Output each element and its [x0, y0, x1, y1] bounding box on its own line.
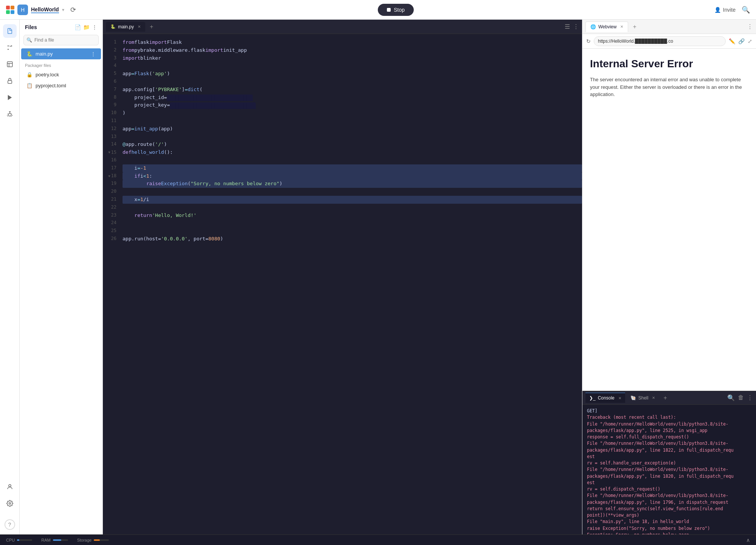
stop-button[interactable]: Stop — [378, 4, 414, 16]
terminal-icon: ❯_ — [589, 395, 596, 401]
tab-close-icon[interactable]: ✕ — [138, 25, 141, 29]
topbar-right: 👤 Invite 🔍 — [714, 6, 750, 14]
webview-tab-close[interactable]: ✕ — [620, 25, 623, 29]
code-lines: from flask import Flask from pybrake.mid… — [120, 34, 582, 534]
activity-source-control[interactable] — [3, 41, 17, 54]
editor-menu-icon[interactable]: ☰ — [565, 23, 570, 30]
bug-icon — [6, 111, 13, 118]
console-line: rv = self.dispatch_request() — [587, 486, 751, 492]
add-webview-tab[interactable]: + — [630, 22, 639, 32]
activity-user[interactable] — [3, 480, 17, 494]
storage-label: Storage — [77, 538, 92, 542]
console-line: File "main.py", line 18, in hello_world — [587, 519, 751, 525]
console-line: File "/home/runner/HelloWorld/venv/lib/p… — [587, 466, 751, 480]
ram-status: RAM — [41, 538, 68, 542]
main-layout: ? Files 📄 📁 ⋮ 🔍 🐍 main.py ⋮ Packager fil… — [0, 20, 756, 534]
activity-secrets[interactable] — [3, 74, 17, 88]
packager-section-label: Packager files — [20, 59, 102, 69]
toml-file-icon: 📋 — [26, 83, 33, 88]
history-button[interactable]: ⟳ — [69, 4, 78, 15]
tab-label-main-py: main.py — [118, 24, 134, 29]
console-line: rv = self.handle_user_exception(e) — [587, 460, 751, 466]
storage-status: Storage — [77, 538, 109, 542]
activity-settings[interactable] — [3, 497, 17, 510]
edit-icon[interactable]: ✏️ — [729, 38, 735, 44]
topbar-center: Stop — [82, 4, 710, 16]
editor-tabs: 🐍 main.py ✕ + ☰ ⋮ — [103, 20, 582, 34]
stop-label: Stop — [394, 7, 405, 13]
search-input[interactable] — [23, 35, 99, 45]
tab-shell[interactable]: 🐚 Shell ✕ — [627, 393, 659, 403]
more-options-icon[interactable]: ⋮ — [92, 24, 97, 30]
activity-run[interactable] — [3, 91, 17, 104]
search-console-icon[interactable]: 🔍 — [727, 394, 735, 401]
svg-point-8 — [9, 503, 11, 505]
console-line: File "/home/runner/HelloWorld/venv/lib/p… — [587, 421, 751, 434]
svg-point-1 — [11, 45, 12, 46]
lock-file-icon: 🔒 — [26, 72, 33, 77]
tab-main-py[interactable]: 🐍 main.py ✕ — [106, 22, 145, 32]
console-more-icon[interactable]: ⋮ — [747, 394, 753, 401]
open-external-icon[interactable]: 🔗 — [738, 38, 745, 44]
cpu-label: CPU — [6, 538, 15, 542]
storage-meter — [94, 539, 109, 541]
file-name-main-py: main.py — [36, 51, 53, 57]
url-bar[interactable] — [594, 36, 726, 46]
file-icon — [6, 28, 13, 34]
app-name: HelloWorld — [31, 6, 59, 13]
status-bar: CPU RAM Storage ∧ — [0, 534, 756, 545]
webview-more-icon[interactable]: ⋮ — [747, 23, 753, 30]
activity-packages[interactable] — [3, 57, 17, 71]
svg-point-2 — [8, 49, 9, 50]
tab-console[interactable]: ❯_ Console ✕ — [585, 393, 625, 403]
clear-console-icon[interactable]: 🗑 — [738, 394, 744, 401]
settings-icon — [6, 500, 13, 507]
invite-label: Invite — [723, 7, 736, 13]
search-topbar-button[interactable]: 🔍 — [742, 6, 750, 14]
webview-toolbar: ↻ ✏️ 🔗 ⤢ — [582, 34, 756, 49]
console-content: GET] Traceback (most recent call last): … — [582, 405, 756, 534]
webview-tabs: 🌐 Webview ✕ + ⋮ — [582, 20, 756, 34]
shell-tab-close[interactable]: ✕ — [652, 396, 655, 400]
cpu-status: CPU — [6, 538, 32, 542]
editor-more-icon[interactable]: ⋮ — [573, 23, 579, 30]
svg-marker-5 — [8, 95, 12, 100]
app-icon: H — [17, 5, 28, 15]
console-tabs: ❯_ Console ✕ 🐚 Shell ✕ + 🔍 🗑 ⋮ — [582, 391, 756, 405]
cpu-meter-fill — [17, 539, 19, 541]
refresh-icon[interactable]: ↻ — [586, 38, 591, 44]
webview-content: Internal Server Error The server encount… — [582, 49, 756, 391]
grid-icon — [6, 6, 14, 14]
lock-icon — [6, 77, 13, 84]
new-file-icon[interactable]: 📄 — [75, 24, 81, 30]
person-icon: 👤 — [714, 7, 721, 13]
console-line: raise Exception("Sorry, no numbers below… — [587, 525, 751, 532]
activity-bar: ? — [0, 20, 20, 534]
sidebar-header-icons: 📄 📁 ⋮ — [75, 24, 97, 30]
console-line: response = self.full_dispatch_request() — [587, 434, 751, 440]
file-item-pyproject-toml[interactable]: 📋 pyproject.toml — [21, 80, 101, 91]
tab-webview[interactable]: 🌐 Webview ✕ — [585, 22, 628, 32]
console-line: return self.ensure_sync(self.view_functi… — [587, 506, 751, 512]
user-icon — [6, 483, 13, 490]
console-tab-close[interactable]: ✕ — [618, 396, 621, 400]
file-options-icon[interactable]: ⋮ — [91, 51, 96, 57]
expand-icon[interactable]: ⤢ — [748, 38, 752, 44]
file-item-main-py[interactable]: 🐍 main.py ⋮ — [21, 48, 101, 59]
add-console-tab[interactable]: + — [660, 393, 670, 403]
activity-debug[interactable] — [3, 107, 17, 121]
new-folder-icon[interactable]: 📁 — [83, 24, 90, 30]
sidebar-search-container: 🔍 — [23, 35, 99, 45]
dropdown-arrow-icon[interactable]: ▾ — [62, 7, 64, 12]
svg-rect-3 — [7, 62, 12, 67]
chevron-up-icon[interactable]: ∧ — [746, 537, 750, 543]
invite-button[interactable]: 👤 Invite — [714, 7, 736, 13]
activity-help[interactable]: ? — [5, 519, 15, 530]
stop-icon — [387, 8, 391, 12]
activity-files[interactable] — [3, 24, 17, 38]
svg-point-0 — [8, 45, 9, 46]
code-editor[interactable]: 12345 678910 11121314 ▼15 1617 ▼18 19202… — [103, 34, 582, 534]
file-item-poetry-lock[interactable]: 🔒 poetry.lock — [21, 69, 101, 80]
add-tab-button[interactable]: + — [147, 22, 156, 32]
cpu-meter — [17, 539, 32, 541]
